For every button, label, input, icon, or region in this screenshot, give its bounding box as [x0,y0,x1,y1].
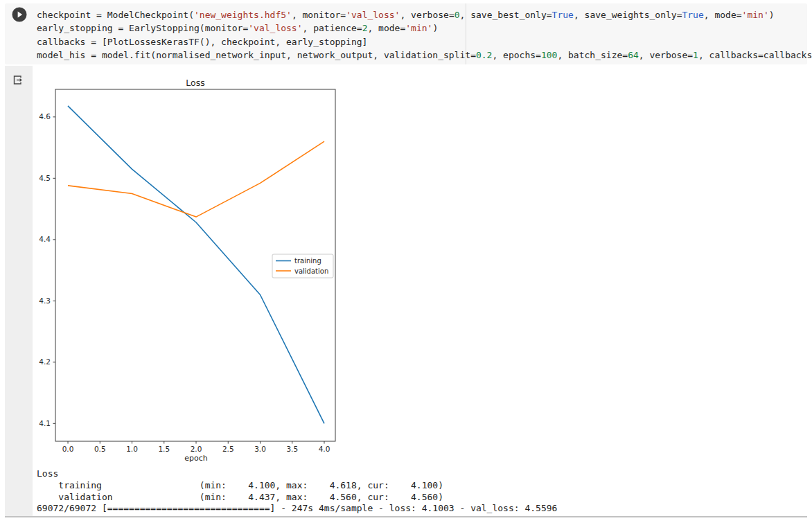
x-tick-label: 4.0 [319,445,330,453]
cell-bottom-border [5,516,807,517]
code-cell: checkpoint = ModelCheckpoint('new_weight… [5,3,807,64]
code-line: callbacks = [PlotLossesKerasTF(), checkp… [37,35,802,48]
x-tick-label: 1.0 [126,445,138,453]
output-stream-line: Loss [37,468,557,480]
code-line: early_stopping = EarlyStopping(monitor='… [37,21,802,35]
chart-xlabel: epoch [184,454,208,463]
output-gutter [5,66,33,516]
y-tick-label: 4.5 [39,174,51,182]
x-tick-label: 0.0 [62,445,74,453]
legend-label: validation [294,267,328,275]
x-tick-label: 0.5 [94,445,106,453]
x-tick-label: 3.0 [254,445,266,453]
y-tick-label: 4.4 [39,235,51,243]
output-stream: Loss training (min: 4.100, max: 4.618, c… [37,468,557,515]
code-editor[interactable]: checkpoint = ModelCheckpoint('new_weight… [37,8,802,62]
output-stream-line: training (min: 4.100, max: 4.618, cur: 4… [37,480,557,492]
code-line: model_his = model.fit(normalised_network… [37,48,802,62]
code-line: checkpoint = ModelCheckpoint('new_weight… [37,8,802,21]
run-cell-button[interactable] [12,7,27,22]
chart-title: Loss [186,78,204,88]
output-stream-line: validation (min: 4.437, max: 4.560, cur:… [37,492,557,504]
x-tick-label: 2.0 [191,445,202,453]
y-tick-label: 4.6 [39,112,51,121]
x-tick-label: 2.5 [222,445,234,453]
output-icon [12,74,24,86]
play-icon [12,7,27,22]
y-tick-label: 4.1 [39,419,51,427]
x-tick-label: 3.5 [286,445,298,453]
y-tick-label: 4.2 [39,357,51,366]
y-tick-label: 4.3 [39,296,51,305]
output-stream-line: 69072/69072 [===========================… [37,503,557,515]
x-tick-label: 1.5 [158,445,170,453]
loss-chart: 4.64.54.44.34.24.10.00.51.01.52.02.53.03… [32,73,351,468]
legend-label: training [294,257,321,265]
